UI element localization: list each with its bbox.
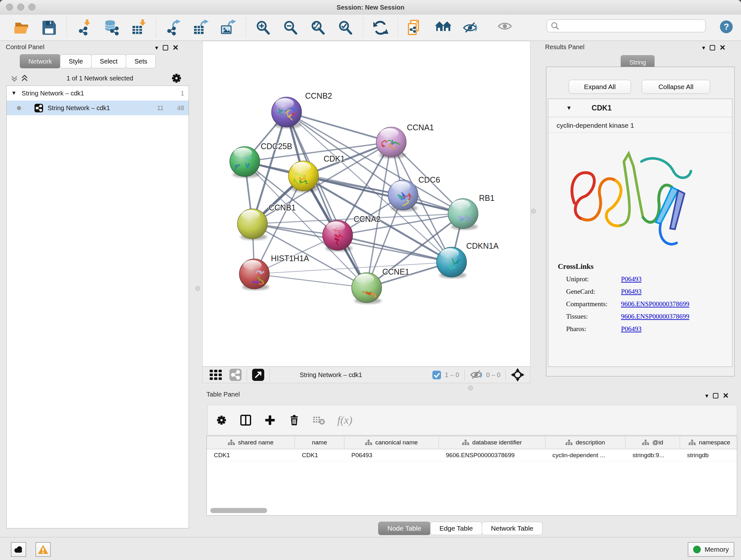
cloud-button[interactable] — [11, 542, 26, 557]
open-session-icon[interactable] — [13, 19, 30, 37]
table-row[interactable]: CDK1CDK1P064939606.ENSP00000378699cyclin… — [207, 449, 737, 461]
table-panel-close-icon[interactable]: ✕ — [723, 393, 729, 398]
collapse-all-button[interactable]: Collapse All — [642, 80, 710, 94]
crosslink-link[interactable]: P06493 — [621, 325, 642, 333]
expand-all-button[interactable]: Expand All — [569, 80, 631, 94]
node-CCNA1[interactable]: CCNA1 — [376, 123, 434, 159]
selected-checkbox-icon[interactable] — [432, 371, 441, 379]
function-builder-icon[interactable]: f(x) — [337, 414, 352, 426]
column-header-shared-name[interactable]: shared name — [207, 436, 295, 449]
zoom-out-icon[interactable] — [282, 19, 299, 37]
control-panel-close-icon[interactable]: ✕ — [173, 45, 179, 51]
show-graphics-details-eye-icon[interactable] — [497, 20, 513, 33]
zoom-window-light[interactable] — [28, 3, 36, 10]
column-header-name[interactable]: name — [295, 436, 344, 449]
create-column-icon[interactable] — [264, 414, 276, 426]
expand-all-tree-icon[interactable] — [10, 74, 18, 82]
houses-icon[interactable] — [434, 19, 451, 37]
crosslink-link[interactable]: 9606.ENSP00000378699 — [621, 300, 689, 308]
gene-card-header[interactable]: ▼ CDK1 — [548, 99, 732, 117]
network-canvas[interactable]: CCNB2CCNA1CDC25BCDK1CDC6RB1CCNB1CCNA2CDK… — [202, 41, 530, 367]
export-table-icon[interactable] — [193, 19, 209, 37]
tab-network[interactable]: Network — [20, 54, 60, 68]
results-panel-close-icon[interactable]: ✕ — [720, 45, 726, 51]
minimize-window-light[interactable] — [17, 3, 24, 10]
table-cell[interactable]: 9606.ENSP00000378699 — [439, 449, 545, 461]
results-panel-float-icon[interactable]: ▾ — [702, 44, 705, 51]
right-splitter-handle[interactable] — [531, 209, 536, 213]
node-RB1[interactable]: RB1 — [448, 193, 495, 230]
column-header-database-identifier[interactable]: database identifier — [439, 436, 545, 449]
detach-view-icon[interactable] — [252, 369, 264, 381]
network-collection-row[interactable]: ▼ String Network – cdk1 1 — [7, 86, 189, 101]
import-network-from-file-icon[interactable] — [76, 19, 92, 37]
title-bar[interactable]: Session: New Session — [0, 0, 741, 15]
pan-crosshair-icon[interactable] — [511, 368, 524, 381]
close-window-light[interactable] — [6, 3, 13, 10]
node-CDKN1A[interactable]: CDKN1A — [436, 241, 499, 278]
search-input[interactable] — [559, 22, 694, 30]
column-header-namespace[interactable]: namespace — [680, 436, 737, 449]
zoom-selected-icon[interactable] — [337, 19, 354, 37]
crosslink-link[interactable]: P06493 — [621, 275, 642, 283]
results-panel-maximize-icon[interactable] — [710, 45, 715, 51]
network-options-gear-icon[interactable] — [171, 73, 182, 84]
tab-style[interactable]: Style — [60, 54, 91, 68]
toolbar-separator — [66, 18, 67, 38]
tab-sets[interactable]: Sets — [126, 54, 156, 68]
control-panel-float-icon[interactable]: ▾ — [155, 44, 158, 51]
show-columns-icon[interactable] — [240, 414, 252, 426]
search-box[interactable] — [547, 19, 705, 32]
hide-panel-eye-icon[interactable] — [462, 19, 478, 37]
node-HIST1H1A[interactable]: HIST1H1A — [239, 254, 309, 290]
collapse-all-tree-icon[interactable] — [20, 74, 29, 82]
import-table-from-file-icon[interactable] — [131, 19, 147, 37]
network-row[interactable]: String Network – cdk1 11 48 — [7, 101, 189, 115]
edge-HIST1H1A-CCNE1[interactable] — [254, 274, 367, 288]
table-panel-float-icon[interactable]: ▾ — [705, 392, 709, 399]
export-network-icon[interactable] — [165, 19, 182, 37]
memory-button[interactable]: Memory — [688, 542, 734, 557]
network-share-badge-icon[interactable] — [229, 369, 242, 381]
column-header-description[interactable]: description — [545, 436, 625, 449]
birds-eye-grid-icon[interactable] — [210, 369, 223, 381]
delete-table-icon[interactable] — [313, 415, 325, 426]
export-image-icon[interactable] — [220, 19, 237, 37]
column-header-canonical-name[interactable]: canonical name — [344, 436, 439, 449]
zoom-fit-content-icon[interactable] — [310, 19, 327, 37]
edge-CCNB2-CCNA1[interactable] — [286, 112, 391, 142]
warning-button[interactable] — [36, 542, 51, 557]
tab-node-table[interactable]: Node Table — [378, 522, 430, 535]
table-cell[interactable]: stringdb — [680, 449, 737, 461]
save-session-icon[interactable] — [41, 19, 57, 37]
refresh-view-icon[interactable] — [372, 19, 389, 37]
edge-CCNB2-RB1[interactable] — [286, 112, 463, 213]
network-list-header: 1 of 1 Network selected — [3, 72, 189, 84]
import-network-from-database-icon[interactable] — [103, 19, 120, 37]
collection-expand-icon[interactable]: ▼ — [11, 90, 17, 97]
table-horizontal-scrollbar[interactable] — [210, 508, 267, 513]
clone-network-icon[interactable] — [407, 19, 423, 37]
table-cell[interactable]: stringdb:9... — [625, 449, 680, 461]
table-cell[interactable]: CDK1 — [295, 449, 344, 461]
table-panel-maximize-icon[interactable] — [713, 393, 718, 398]
table-settings-icon[interactable] — [215, 414, 227, 426]
control-panel-maximize-icon[interactable] — [163, 45, 168, 51]
column-header--id[interactable]: @id — [625, 436, 680, 449]
tab-select[interactable]: Select — [91, 54, 126, 68]
crosslink-link[interactable]: P06493 — [621, 288, 642, 296]
gene-expand-icon[interactable]: ▼ — [566, 105, 572, 111]
table-cell[interactable]: P06493 — [344, 449, 439, 461]
table-cell[interactable]: CDK1 — [207, 449, 295, 461]
crosslink-label: Compartments: — [566, 300, 621, 308]
zoom-in-icon[interactable] — [255, 19, 272, 37]
help-button[interactable]: ? — [720, 20, 733, 34]
tab-edge-table[interactable]: Edge Table — [430, 522, 482, 535]
tab-network-table[interactable]: Network Table — [482, 522, 543, 535]
hidden-eye-slash-icon[interactable] — [470, 369, 482, 380]
crosslink-link[interactable]: 9606.ENSP00000378699 — [621, 313, 689, 320]
delete-column-icon[interactable] — [288, 414, 300, 426]
node-CCNB1[interactable]: CCNB1 — [238, 203, 296, 240]
table-cell[interactable]: cyclin-dependent ... — [545, 449, 625, 461]
left-splitter-handle[interactable] — [195, 286, 200, 291]
